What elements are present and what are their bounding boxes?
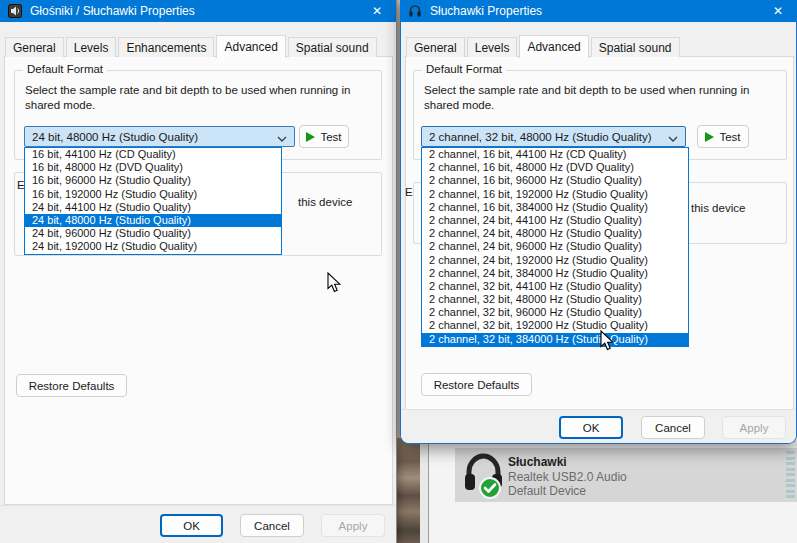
device-driver: Realtek USB2.0 Audio [508, 470, 627, 484]
group-label: Default Format [23, 63, 107, 75]
tab-levels[interactable]: Levels [467, 37, 518, 57]
test-button[interactable]: Test [697, 125, 749, 148]
speaker-icon [8, 4, 22, 18]
headphones-properties-dialog: Słuchawki Properties ✕ GeneralLevelsAdva… [400, 0, 797, 444]
dropdown-item[interactable]: 2 channel, 32 bit, 192000 Hz (Studio Qua… [422, 319, 688, 332]
window-title: Słuchawki Properties [430, 4, 542, 18]
dropdown-item[interactable]: 24 bit, 48000 Hz (Studio Quality) [25, 214, 281, 227]
restore-defaults-button[interactable]: Restore Defaults [16, 374, 127, 397]
dropdown-item[interactable]: 2 channel, 32 bit, 44100 Hz (Studio Qual… [422, 280, 688, 293]
apply-label: Apply [339, 520, 368, 532]
cancel-label: Cancel [655, 422, 691, 434]
format-combobox[interactable]: 2 channel, 32 bit, 48000 Hz (Studio Qual… [421, 126, 686, 147]
close-icon[interactable]: ✕ [358, 0, 396, 22]
chevron-down-icon [277, 128, 287, 146]
dropdown-item[interactable]: 2 channel, 32 bit, 48000 Hz (Studio Qual… [422, 293, 688, 306]
dropdown-item[interactable]: 16 bit, 192000 Hz (Studio Quality) [25, 188, 281, 201]
format-description: Select the sample rate and bit depth to … [25, 83, 361, 113]
dropdown-item[interactable]: 2 channel, 24 bit, 44100 Hz (Studio Qual… [422, 214, 688, 227]
tab-spatial-sound[interactable]: Spatial sound [591, 37, 680, 57]
device-name: Słuchawki [508, 455, 567, 469]
headphones-icon [408, 4, 422, 18]
tab-bar: GeneralLevelsAdvancedSpatial sound [406, 34, 682, 57]
speakers-properties-dialog: Głośniki / Słuchawki Properties ✕ Genera… [0, 0, 397, 543]
dropdown-item[interactable]: 24 bit, 192000 Hz (Studio Quality) [25, 240, 281, 253]
format-dropdown-list: 2 channel, 16 bit, 44100 Hz (CD Quality)… [421, 147, 689, 347]
chevron-down-icon [668, 128, 678, 146]
volume-meter [786, 451, 795, 499]
tab-enhancements[interactable]: Enhancements [118, 37, 214, 57]
dropdown-item[interactable]: 2 channel, 16 bit, 48000 Hz (DVD Quality… [422, 161, 688, 174]
dropdown-item[interactable]: 2 channel, 16 bit, 96000 Hz (Studio Qual… [422, 174, 688, 187]
format-dropdown-list: 16 bit, 44100 Hz (CD Quality)16 bit, 480… [24, 147, 282, 255]
headphones-device-icon [457, 450, 507, 504]
ok-button[interactable]: OK [559, 416, 623, 439]
restore-defaults-button[interactable]: Restore Defaults [421, 373, 532, 396]
restore-defaults-label: Restore Defaults [29, 380, 115, 392]
play-icon [705, 132, 714, 142]
tab-spatial-sound[interactable]: Spatial sound [288, 37, 377, 57]
ok-button[interactable]: OK [160, 514, 223, 537]
play-icon [306, 132, 315, 142]
device-status: Default Device [508, 484, 586, 498]
titlebar[interactable]: Głośniki / Słuchawki Properties ✕ [0, 0, 396, 22]
dropdown-item[interactable]: 2 channel, 16 bit, 192000 Hz (Studio Qua… [422, 188, 688, 201]
group-label: Default Format [422, 63, 506, 75]
dialog-footer: OK Cancel Apply [0, 505, 396, 543]
dropdown-item[interactable]: 2 channel, 24 bit, 384000 Hz (Studio Qua… [422, 267, 688, 280]
dropdown-item[interactable]: 2 channel, 24 bit, 48000 Hz (Studio Qual… [422, 227, 688, 240]
cancel-button[interactable]: Cancel [240, 514, 304, 537]
obscured-text-fragment: E [405, 186, 413, 198]
dropdown-item[interactable]: 16 bit, 48000 Hz (DVD Quality) [25, 161, 281, 174]
restore-defaults-label: Restore Defaults [434, 379, 520, 391]
dropdown-item[interactable]: 24 bit, 44100 Hz (Studio Quality) [25, 201, 281, 214]
dropdown-item[interactable]: 2 channel, 32 bit, 384000 Hz (Studio Qua… [422, 333, 688, 346]
combobox-value: 24 bit, 48000 Hz (Studio Quality) [32, 131, 277, 143]
ok-label: OK [183, 520, 200, 532]
format-description: Select the sample rate and bit depth to … [424, 83, 760, 113]
tab-advanced[interactable]: Advanced [519, 35, 588, 58]
dropdown-item[interactable]: 2 channel, 16 bit, 384000 Hz (Studio Qua… [422, 201, 688, 214]
cancel-button[interactable]: Cancel [641, 416, 705, 439]
cancel-label: Cancel [254, 520, 290, 532]
dropdown-item[interactable]: 2 channel, 32 bit, 96000 Hz (Studio Qual… [422, 306, 688, 319]
tab-levels[interactable]: Levels [66, 37, 117, 57]
dialog-footer: OK Cancel Apply [401, 409, 796, 443]
tab-advanced[interactable]: Advanced [216, 35, 285, 58]
device-list-item-sluchawki[interactable]: Słuchawki Realtek USB2.0 Audio Default D… [455, 448, 797, 502]
tab-general[interactable]: General [5, 37, 64, 57]
dropdown-item[interactable]: 24 bit, 96000 Hz (Studio Quality) [25, 227, 281, 240]
titlebar[interactable]: Słuchawki Properties ✕ [400, 0, 797, 22]
combobox-value: 2 channel, 32 bit, 48000 Hz (Studio Qual… [429, 131, 668, 143]
test-button[interactable]: Test [299, 125, 349, 148]
dropdown-item[interactable]: 2 channel, 24 bit, 192000 Hz (Studio Qua… [422, 254, 688, 267]
test-label: Test [320, 131, 341, 143]
obscured-text-fragment: this device [298, 196, 352, 208]
tab-general[interactable]: General [406, 37, 465, 57]
apply-button[interactable]: Apply [321, 514, 385, 537]
dropdown-item[interactable]: 2 channel, 16 bit, 44100 Hz (CD Quality) [422, 148, 688, 161]
tab-bar: GeneralLevelsEnhancementsAdvancedSpatial… [5, 34, 379, 57]
dropdown-item[interactable]: 16 bit, 44100 Hz (CD Quality) [25, 148, 281, 161]
window-title: Głośniki / Słuchawki Properties [30, 4, 195, 18]
test-label: Test [719, 131, 740, 143]
obscured-text-fragment: this device [691, 202, 745, 214]
format-combobox[interactable]: 24 bit, 48000 Hz (Studio Quality) [24, 126, 295, 147]
close-icon[interactable]: ✕ [759, 0, 797, 22]
apply-button[interactable]: Apply [722, 416, 786, 439]
apply-label: Apply [740, 422, 769, 434]
dropdown-item[interactable]: 2 channel, 24 bit, 96000 Hz (Studio Qual… [422, 240, 688, 253]
dropdown-item[interactable]: 16 bit, 96000 Hz (Studio Quality) [25, 174, 281, 187]
ok-label: OK [583, 422, 600, 434]
